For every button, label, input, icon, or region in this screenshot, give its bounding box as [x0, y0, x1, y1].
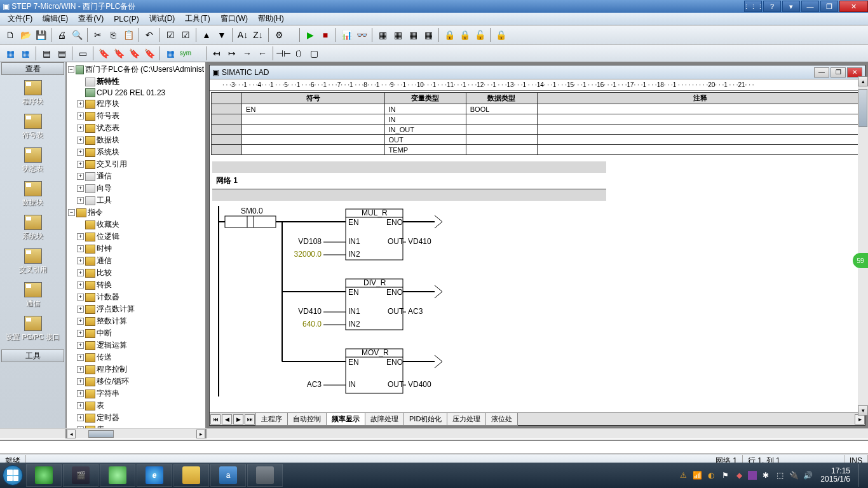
ladder-svg[interactable]: SM0.0 MUL_R EN ENO: [212, 206, 670, 396]
tree-instr-string[interactable]: +字符串: [68, 388, 204, 400]
expand-icon[interactable]: +: [77, 125, 84, 132]
menu-edit[interactable]: 编辑(E): [37, 12, 73, 25]
expand-icon[interactable]: +: [77, 100, 84, 107]
menu-help[interactable]: 帮助(H): [253, 12, 289, 25]
col-comment[interactable]: 注释: [538, 93, 864, 104]
insert-left-icon[interactable]: ↤: [210, 46, 224, 60]
tree-instr-bit[interactable]: +位逻辑: [68, 231, 204, 243]
table-row[interactable]: IN: [212, 114, 864, 125]
sidebar-item-data-block[interactable]: 数据块: [0, 179, 65, 212]
network-label[interactable]: 网络 1: [212, 173, 606, 189]
bookmark-prev-icon[interactable]: 🔖: [127, 46, 141, 60]
force2-icon[interactable]: 🔒: [458, 28, 471, 42]
tree-cross-ref[interactable]: +交叉引用: [68, 158, 204, 170]
bluetooth-icon[interactable]: ✱: [761, 470, 771, 480]
bookmark-clear-icon[interactable]: 🔖: [142, 46, 156, 60]
menu-plc[interactable]: PLC(P): [109, 13, 144, 25]
sort-desc-icon[interactable]: Z↓: [251, 28, 265, 42]
taskbar-app-6[interactable]: a: [210, 464, 246, 487]
sidebar-item-comm[interactable]: 通信: [0, 280, 65, 313]
expand-icon[interactable]: +: [77, 185, 84, 192]
network-comment-bar[interactable]: [212, 189, 606, 201]
volume-icon[interactable]: 🔊: [803, 470, 813, 480]
tree-instr-comm[interactable]: +通信: [68, 255, 204, 267]
tray-4-icon[interactable]: ⬚: [775, 470, 785, 480]
tree-instr-int[interactable]: +整数计算: [68, 315, 204, 327]
signal-icon[interactable]: 📶: [692, 470, 702, 480]
tree-instr-compare[interactable]: +比较: [68, 267, 204, 279]
tree-instr-logic[interactable]: +逻辑运算: [68, 339, 204, 351]
expand-icon[interactable]: +: [77, 257, 84, 264]
expand-icon[interactable]: +: [77, 342, 84, 349]
expand-icon[interactable]: +: [77, 137, 84, 144]
tree-instructions[interactable]: −指令: [68, 207, 204, 219]
sort-asc-icon[interactable]: A↓: [236, 28, 250, 42]
tree-status-table[interactable]: +状态表: [68, 122, 204, 134]
force4-icon[interactable]: 🔒: [494, 28, 508, 42]
status3-icon[interactable]: ▦: [406, 28, 420, 42]
tree-instr-convert[interactable]: +转换: [68, 279, 204, 291]
menu-debug[interactable]: 调试(D): [144, 12, 180, 25]
scroll-down-button[interactable]: ▾: [858, 405, 868, 416]
new-icon[interactable]: 🗋: [3, 28, 17, 42]
status4-icon[interactable]: ▦: [421, 28, 435, 42]
tree-instr-program[interactable]: +程序控制: [68, 363, 204, 376]
expand-icon[interactable]: +: [77, 294, 84, 301]
tab-auto[interactable]: 自动控制: [287, 412, 327, 426]
upload-icon[interactable]: ▲: [200, 28, 214, 42]
tree-system-block[interactable]: +系统块: [68, 146, 204, 158]
net-grid2-icon[interactable]: ▦: [18, 46, 32, 60]
status2-icon[interactable]: ▦: [391, 28, 405, 42]
menu-view[interactable]: 查看(V): [73, 12, 109, 25]
expand-icon[interactable]: +: [77, 390, 84, 397]
stop-icon[interactable]: ■: [318, 28, 332, 42]
tab-pid[interactable]: PID初始化: [403, 412, 447, 426]
expand-icon[interactable]: +: [77, 233, 84, 240]
tree-scroll-right[interactable]: ▸: [196, 430, 205, 438]
undo-icon[interactable]: ↶: [142, 28, 156, 42]
tree-instr-clock[interactable]: +时钟: [68, 243, 204, 255]
minimize-button[interactable]: —: [801, 1, 819, 12]
tree-data-block[interactable]: +数据块: [68, 134, 204, 146]
run-icon[interactable]: ▶: [303, 28, 317, 42]
tab-next-button[interactable]: ▶: [233, 414, 243, 424]
start-button[interactable]: [0, 463, 25, 488]
taskbar-explorer[interactable]: [173, 464, 209, 487]
taskbar-app-2[interactable]: 🎬: [63, 464, 98, 487]
box-icon[interactable]: ▢: [307, 46, 321, 60]
chart-icon[interactable]: 👓: [355, 28, 369, 42]
compile-all-icon[interactable]: ☑: [179, 28, 193, 42]
tray-3-icon[interactable]: [748, 471, 757, 480]
expand-icon[interactable]: +: [77, 330, 84, 337]
table-row[interactable]: OUT: [212, 135, 864, 145]
collapse-icon[interactable]: −: [68, 209, 75, 216]
power-icon[interactable]: 🔌: [789, 470, 799, 480]
tab-pressure[interactable]: 压力处理: [447, 412, 486, 426]
sidebar-item-program-block[interactable]: 程序块: [0, 78, 65, 111]
accelerator-badge[interactable]: 59: [853, 253, 868, 268]
editor-minimize-button[interactable]: —: [814, 67, 829, 78]
col-symbol[interactable]: 符号: [242, 93, 384, 104]
tree-symbol-table[interactable]: +符号表: [68, 110, 204, 122]
tree-scroll-left[interactable]: ◂: [67, 430, 76, 438]
expand-icon[interactable]: +: [77, 269, 84, 276]
expand-icon[interactable]: +: [77, 245, 84, 252]
expand-icon[interactable]: +: [77, 112, 84, 119]
save-icon[interactable]: 💾: [34, 28, 48, 42]
table-row[interactable]: TEMP: [212, 145, 864, 155]
tab-main[interactable]: 主程序: [255, 412, 288, 426]
taskbar-clock[interactable]: 17:15 2015/1/6: [817, 467, 850, 484]
help-panel-button[interactable]: ⋮⋮⋮: [744, 1, 762, 12]
force3-icon[interactable]: 🔓: [473, 28, 487, 42]
tree-scroll-thumb[interactable]: [88, 430, 114, 438]
tab-level[interactable]: 液位处: [485, 412, 518, 426]
tab-freq[interactable]: 频率显示: [326, 412, 365, 426]
paste-icon[interactable]: 📋: [121, 28, 135, 42]
compile-icon[interactable]: ☑: [163, 28, 177, 42]
scroll-up-button[interactable]: ▴: [858, 76, 868, 86]
help-question-button[interactable]: ?: [763, 1, 781, 12]
tree-root[interactable]: −西门子PLC备份 (C:\Users\Administ: [68, 64, 204, 76]
expand-icon[interactable]: +: [77, 149, 84, 156]
taskbar-app-3[interactable]: [100, 464, 135, 487]
expand-icon[interactable]: +: [77, 197, 84, 204]
